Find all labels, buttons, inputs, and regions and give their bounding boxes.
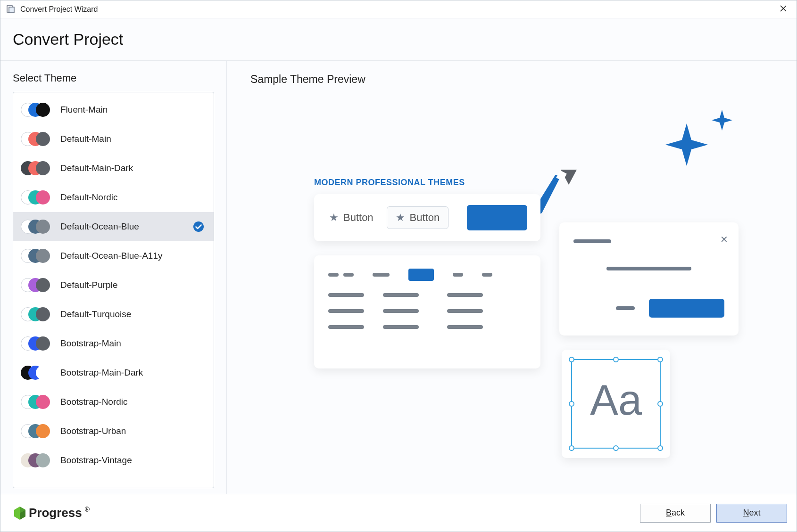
- progress-brand-text: Progress: [29, 506, 82, 520]
- theme-label: Default-Main: [60, 134, 111, 144]
- preview-card-table: [314, 255, 540, 368]
- select-theme-heading: Select Theme: [13, 72, 214, 84]
- theme-label: Bootstrap-Urban: [60, 426, 126, 436]
- back-mnemonic: B: [666, 508, 672, 517]
- preview-flat-button: ★ Button: [327, 209, 375, 227]
- check-icon: [193, 221, 204, 232]
- left-panel: Select Theme Fluent-MainDefault-MainDefa…: [0, 61, 227, 494]
- theme-item-bootstrap-nordic[interactable]: Bootstrap-Nordic: [13, 387, 214, 417]
- header: Convert Project: [0, 18, 797, 61]
- theme-swatch: [21, 219, 52, 235]
- theme-swatch: [21, 336, 52, 352]
- preview-card-buttons: ★ Button ★ Button: [314, 194, 540, 241]
- svg-point-2: [193, 221, 204, 232]
- sparkle-icon: [661, 109, 736, 185]
- dialog-primary-button: [649, 299, 724, 318]
- body: Select Theme Fluent-MainDefault-MainDefa…: [0, 61, 797, 494]
- close-icon: [780, 5, 787, 12]
- titlebar: Convert Project Wizard: [0, 0, 797, 18]
- theme-swatch: [21, 394, 52, 410]
- svg-rect-1: [9, 7, 14, 13]
- theme-swatch: [21, 306, 52, 322]
- preview-headline: MODERN PROFESSIONAL THEMES: [314, 178, 465, 188]
- theme-swatch: [21, 423, 52, 439]
- theme-item-default-ocean-blue[interactable]: Default-Ocean-Blue: [13, 212, 214, 241]
- theme-label: Bootstrap-Main-Dark: [60, 368, 143, 378]
- theme-item-default-main[interactable]: Default-Main: [13, 124, 214, 154]
- theme-label: Default-Turquoise: [60, 309, 131, 319]
- theme-swatch: [21, 248, 52, 264]
- theme-item-bootstrap-main[interactable]: Bootstrap-Main: [13, 329, 214, 358]
- next-button[interactable]: Next: [716, 504, 787, 523]
- progress-logo: Progress ®: [14, 506, 90, 520]
- right-panel: Sample Theme Preview MODERN PROFESSIONAL…: [227, 61, 797, 494]
- theme-label: Default-Main-Dark: [60, 163, 133, 173]
- wizard-window: Convert Project Wizard Convert Project S…: [0, 0, 797, 532]
- star-icon: ★: [396, 212, 405, 224]
- theme-label: Default-Ocean-Blue-A11y: [60, 251, 163, 261]
- theme-item-bootstrap-main-dark[interactable]: Bootstrap-Main-Dark: [13, 358, 214, 387]
- selection-box: Aa: [571, 359, 661, 449]
- preview-heading: Sample Theme Preview: [250, 73, 797, 86]
- preview-canvas: MODERN PROFESSIONAL THEMES ★ Button ★ Bu…: [250, 95, 797, 494]
- app-icon: [6, 5, 16, 14]
- theme-label: Default-Ocean-Blue: [60, 221, 139, 232]
- footer: Progress ® Back Next: [0, 494, 797, 532]
- preview-card-dialog: ✕: [559, 222, 739, 336]
- back-label-rest: ack: [672, 508, 685, 517]
- theme-label: Default-Purple: [60, 280, 117, 290]
- theme-swatch: [21, 160, 52, 176]
- theme-label: Bootstrap-Nordic: [60, 397, 128, 407]
- window-title: Convert Project Wizard: [20, 5, 98, 14]
- next-label-rest: ext: [749, 508, 760, 517]
- theme-item-bootstrap-urban[interactable]: Bootstrap-Urban: [13, 417, 214, 446]
- preview-outline-button: ★ Button: [387, 206, 449, 229]
- theme-item-bootstrap-vintage[interactable]: Bootstrap-Vintage: [13, 446, 214, 475]
- theme-label: Default-Nordic: [60, 192, 117, 203]
- next-mnemonic: N: [743, 508, 749, 517]
- dialog-close-icon: ✕: [720, 234, 728, 245]
- theme-swatch: [21, 189, 52, 205]
- theme-item-default-turquoise[interactable]: Default-Turquoise: [13, 300, 214, 329]
- page-title: Convert Project: [13, 30, 123, 49]
- theme-label: Fluent-Main: [60, 105, 108, 115]
- aa-sample: Aa: [572, 360, 660, 440]
- progress-icon: [14, 506, 26, 520]
- theme-label: Bootstrap-Vintage: [60, 455, 132, 466]
- star-icon: ★: [329, 212, 339, 224]
- theme-list[interactable]: Fluent-MainDefault-MainDefault-Main-Dark…: [13, 92, 214, 488]
- theme-label: Bootstrap-Main: [60, 338, 121, 349]
- theme-item-default-purple[interactable]: Default-Purple: [13, 270, 214, 300]
- preview-fill-button: [467, 205, 527, 230]
- theme-swatch: [21, 365, 52, 381]
- theme-swatch: [21, 131, 52, 147]
- back-button[interactable]: Back: [640, 504, 711, 523]
- theme-swatch: [21, 452, 52, 468]
- theme-item-default-main-dark[interactable]: Default-Main-Dark: [13, 154, 214, 183]
- close-button[interactable]: [776, 4, 791, 15]
- theme-item-default-ocean-blue-a11y[interactable]: Default-Ocean-Blue-A11y: [13, 241, 214, 270]
- theme-item-fluent-main[interactable]: Fluent-Main: [13, 95, 214, 124]
- theme-item-default-nordic[interactable]: Default-Nordic: [13, 183, 214, 212]
- theme-swatch: [21, 277, 52, 293]
- preview-card-typography: Aa: [562, 350, 670, 458]
- theme-swatch: [21, 102, 52, 118]
